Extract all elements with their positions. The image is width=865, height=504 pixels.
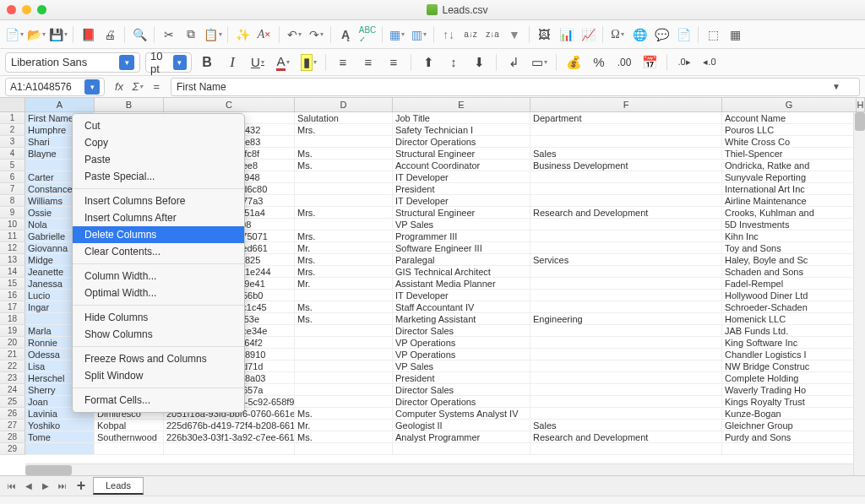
cell[interactable]: Geologist II bbox=[393, 420, 530, 431]
paste-icon[interactable]: 📋▾ bbox=[204, 25, 222, 44]
date-button[interactable]: 📅 bbox=[639, 52, 660, 73]
row-header[interactable]: 19 bbox=[0, 325, 25, 337]
cell[interactable]: President bbox=[393, 183, 530, 195]
maximize-window-button[interactable] bbox=[37, 5, 46, 14]
wrap-text-button[interactable]: ↲ bbox=[503, 52, 524, 73]
cell[interactable]: Director Sales bbox=[393, 325, 530, 337]
cell[interactable]: Account Coordinator bbox=[393, 160, 530, 171]
cell[interactable] bbox=[393, 443, 530, 455]
cell[interactable]: NW Bridge Construc bbox=[722, 360, 857, 372]
cell[interactable]: Director Sales bbox=[393, 384, 530, 396]
cell[interactable]: Research and Development bbox=[530, 431, 722, 443]
clone-format-icon[interactable]: ✨ bbox=[233, 25, 252, 44]
cell[interactable]: Structural Engineer bbox=[393, 148, 530, 160]
cell[interactable]: Ms. bbox=[295, 408, 393, 420]
cell[interactable]: VP Operations bbox=[393, 349, 530, 360]
cell[interactable] bbox=[295, 136, 393, 148]
cell[interactable] bbox=[295, 396, 393, 408]
cell[interactable] bbox=[295, 171, 393, 183]
sort-asc-icon[interactable]: ↑↓ bbox=[439, 25, 458, 44]
cell[interactable]: Mr. bbox=[295, 278, 393, 290]
cell[interactable]: Staff Accountant IV bbox=[393, 301, 530, 313]
cell[interactable] bbox=[530, 266, 722, 278]
cell[interactable]: International Art Inc bbox=[722, 183, 857, 195]
bold-button[interactable]: B bbox=[197, 52, 217, 73]
cell[interactable] bbox=[530, 278, 722, 290]
currency-button[interactable]: 💰 bbox=[563, 52, 584, 73]
menu-item-cut[interactable]: Cut bbox=[73, 117, 244, 134]
cell[interactable]: Ms. bbox=[295, 431, 393, 443]
cell[interactable]: IT Developer bbox=[393, 171, 530, 183]
cell[interactable]: President bbox=[393, 372, 530, 384]
add-sheet-button[interactable]: + bbox=[73, 478, 90, 495]
row-header[interactable]: 11 bbox=[0, 230, 25, 242]
row-header[interactable]: 16 bbox=[0, 290, 25, 301]
menu-item-format-cells[interactable]: Format Cells... bbox=[73, 392, 244, 409]
cell[interactable] bbox=[530, 301, 722, 313]
image-icon[interactable]: 🖼 bbox=[535, 25, 553, 44]
cell[interactable]: Crooks, Kuhlman and bbox=[722, 207, 857, 219]
row-header[interactable]: 23 bbox=[0, 372, 25, 384]
cell[interactable]: Chandler Logistics I bbox=[722, 349, 857, 360]
sort-za-icon[interactable]: z↓a bbox=[483, 25, 502, 44]
cut-icon[interactable]: ✂ bbox=[160, 25, 178, 44]
function-wizard-icon[interactable]: fx bbox=[112, 79, 127, 95]
select-all-corner[interactable] bbox=[0, 98, 25, 111]
align-right-button[interactable]: ≡ bbox=[384, 52, 404, 73]
cell[interactable]: Haley, Boyle and Sc bbox=[722, 254, 857, 266]
cell[interactable]: Mrs. bbox=[295, 254, 393, 266]
row-header[interactable]: 28 bbox=[0, 431, 25, 443]
column-header-h[interactable]: H bbox=[857, 98, 865, 111]
row-header[interactable]: 25 bbox=[0, 396, 25, 408]
row-header[interactable]: 24 bbox=[0, 384, 25, 396]
cell[interactable] bbox=[530, 372, 722, 384]
highlight-button[interactable]: ▮▾ bbox=[298, 52, 318, 73]
align-bottom-button[interactable]: ⬇ bbox=[469, 52, 489, 73]
formula-input[interactable]: First Name ▼ bbox=[171, 78, 860, 96]
row-header[interactable]: 21 bbox=[0, 349, 25, 360]
cell[interactable] bbox=[295, 183, 393, 195]
cell[interactable]: Tome bbox=[25, 431, 95, 443]
cell[interactable]: Software Engineer III bbox=[393, 242, 530, 254]
cell[interactable]: Kings Royalty Trust bbox=[722, 396, 857, 408]
headers-footers-icon[interactable]: 📄 bbox=[674, 25, 693, 44]
freeze-icon[interactable]: ▦ bbox=[726, 25, 744, 44]
row-header[interactable]: 6 bbox=[0, 171, 25, 183]
cell[interactable]: Toy and Sons bbox=[722, 242, 857, 254]
cell[interactable]: King Software Inc bbox=[722, 337, 857, 349]
new-icon[interactable]: 📄▾ bbox=[5, 25, 24, 44]
menu-item-paste-special[interactable]: Paste Special... bbox=[73, 168, 244, 185]
row-header[interactable]: 5 bbox=[0, 160, 25, 171]
cell[interactable]: Ms. bbox=[295, 301, 393, 313]
cell[interactable] bbox=[295, 384, 393, 396]
cell[interactable] bbox=[530, 242, 722, 254]
first-sheet-button[interactable]: ⏮ bbox=[5, 480, 19, 493]
cell[interactable]: Director Operations bbox=[393, 136, 530, 148]
cell[interactable] bbox=[164, 443, 295, 455]
cell[interactable]: Schaden and Sons bbox=[722, 266, 857, 278]
column-header-g[interactable]: G bbox=[722, 98, 857, 111]
save-icon[interactable]: 💾▾ bbox=[49, 25, 68, 44]
cell[interactable] bbox=[295, 337, 393, 349]
cell[interactable] bbox=[530, 384, 722, 396]
cell[interactable]: 225d676b-d419-72f4-b208-661e96770e3 bbox=[164, 420, 295, 431]
cell[interactable]: Ondricka, Ratke and bbox=[722, 160, 857, 171]
column-header-c[interactable]: C bbox=[164, 98, 295, 111]
cell[interactable] bbox=[530, 349, 722, 360]
menu-item-clear-contents[interactable]: Clear Contents... bbox=[73, 243, 244, 260]
cell[interactable]: Mrs. bbox=[295, 124, 393, 136]
cell[interactable]: Paralegal bbox=[393, 254, 530, 266]
cell[interactable] bbox=[530, 408, 722, 420]
cell[interactable]: JAB Funds Ltd. bbox=[722, 325, 857, 337]
copy-icon[interactable]: ⧉ bbox=[182, 25, 200, 44]
cell[interactable] bbox=[530, 337, 722, 349]
row-header[interactable]: 2 bbox=[0, 124, 25, 136]
column-header-b[interactable]: B bbox=[95, 98, 164, 111]
next-sheet-button[interactable]: ▶ bbox=[39, 480, 52, 493]
cell[interactable]: 226b30e3-03f1-3a92-c7ee-661e965af738 bbox=[164, 431, 295, 443]
menu-item-paste[interactable]: Paste bbox=[73, 151, 244, 168]
cell[interactable]: Programmer III bbox=[393, 230, 530, 242]
dec-dec-button[interactable]: ◂.0 bbox=[699, 52, 720, 73]
cell[interactable]: Structural Engineer bbox=[393, 207, 530, 219]
autofilter-icon[interactable]: ▼ bbox=[505, 25, 524, 44]
